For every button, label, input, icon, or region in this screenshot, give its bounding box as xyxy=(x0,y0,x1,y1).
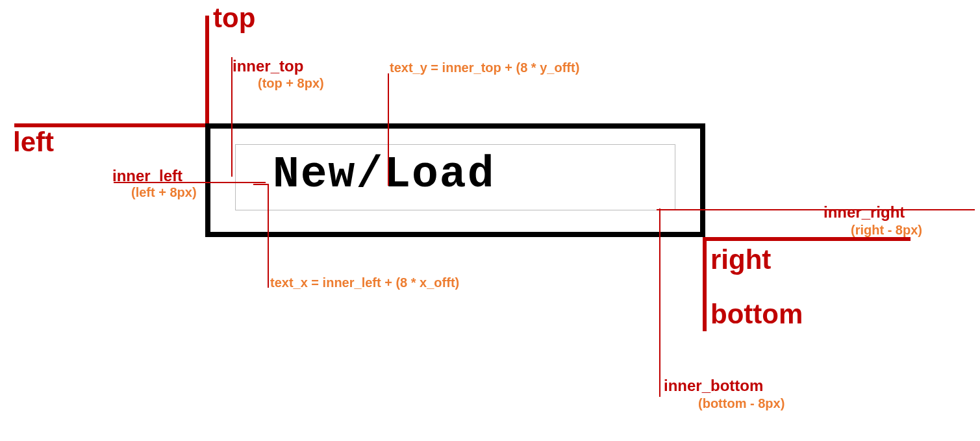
label-inner-bottom-note: (bottom - 8px) xyxy=(698,396,785,411)
inner-right-guide-line xyxy=(657,209,975,210)
text-y-guide-line xyxy=(388,73,389,186)
text-x-guide-line-v xyxy=(268,184,269,288)
label-right: right xyxy=(710,244,771,275)
label-inner-right: inner_right xyxy=(823,203,905,221)
label-inner-top: inner_top xyxy=(232,57,303,75)
inner-left-guide-line xyxy=(114,182,266,183)
label-inner-bottom: inner_bottom xyxy=(664,377,763,395)
label-inner-left-note: (left + 8px) xyxy=(131,185,197,200)
label-left: left xyxy=(13,127,54,158)
label-bottom: bottom xyxy=(710,299,803,330)
button-text: New/Load xyxy=(273,149,495,199)
label-inner-top-note: (top + 8px) xyxy=(258,76,324,91)
inner-top-guide-line xyxy=(231,57,232,177)
label-text-y: text_y = inner_top + (8 * y_offt) xyxy=(390,60,579,75)
label-text-x: text_x = inner_left + (8 * x_offt) xyxy=(270,275,459,290)
text-x-tick xyxy=(253,184,268,185)
left-guide-line xyxy=(14,123,209,127)
inner-bottom-guide-line xyxy=(659,208,660,397)
top-guide-line xyxy=(205,16,209,126)
label-inner-right-note: (right - 8px) xyxy=(851,223,922,238)
bottom-guide-line xyxy=(703,237,707,331)
label-top: top xyxy=(213,3,255,34)
